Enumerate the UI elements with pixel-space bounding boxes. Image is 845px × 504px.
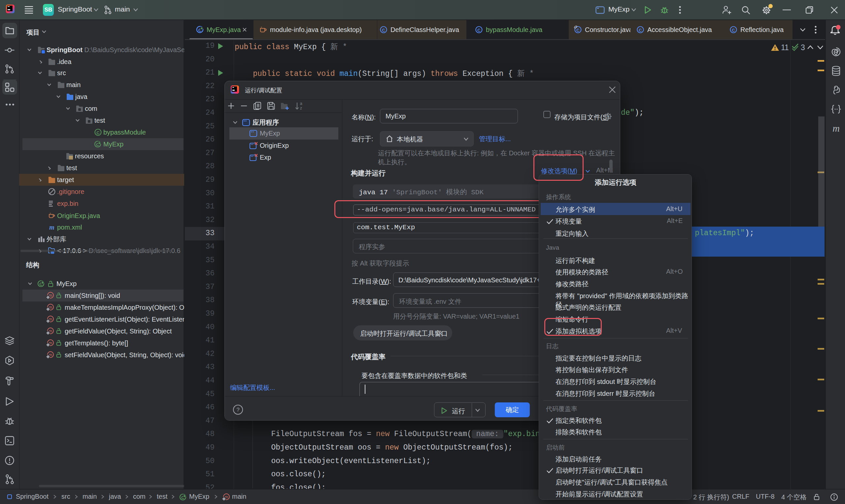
svg-text:C: C [576,28,580,33]
svg-text:C: C [732,28,735,33]
svg-text:?: ? [236,407,239,413]
svg-text:C: C [477,28,480,33]
svg-text:C: C [382,28,385,33]
svg-text:C: C [639,28,642,33]
svg-text:C: C [96,130,100,135]
svg-text:m: m [49,223,54,231]
svg-text:z: z [300,106,302,110]
